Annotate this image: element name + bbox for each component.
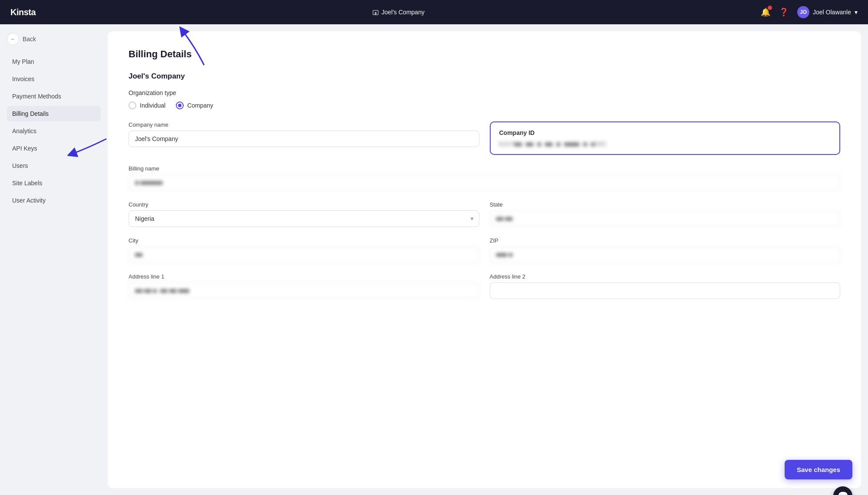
sidebar-item-label: Billing Details (12, 110, 49, 117)
company-selector[interactable]: Joel's Company (372, 9, 425, 16)
country-state-row: Country Nigeria ▾ State (129, 201, 840, 227)
zip-label: ZIP (490, 237, 841, 244)
building-icon (372, 9, 379, 16)
help-icon[interactable]: ❓ (779, 7, 789, 17)
city-label: City (129, 237, 479, 244)
zip-field: ZIP (490, 237, 841, 263)
topnav-right: 🔔 ❓ JO Joel Olawanle ▾ (761, 6, 858, 18)
sidebar-item-label: Site Labels (12, 180, 42, 187)
state-field: State (490, 201, 841, 227)
notifications-icon[interactable]: 🔔 (761, 7, 770, 17)
state-input[interactable] (490, 210, 841, 227)
main-content: Billing Details Joel's Company Organizat… (108, 31, 861, 488)
country-select[interactable]: Nigeria (129, 210, 479, 227)
sidebar: ← Back My Plan Invoices Payment Methods … (0, 24, 108, 495)
sidebar-item-label: Analytics (12, 128, 36, 134)
page-title: Billing Details (129, 49, 840, 60)
billing-name-label: Billing name (129, 165, 840, 172)
user-menu[interactable]: JO Joel Olawanle ▾ (797, 6, 858, 18)
org-type-label: Organization type (129, 89, 840, 96)
radio-company[interactable]: Company (176, 102, 213, 109)
user-name: Joel Olawanle (813, 9, 851, 16)
company-id-label: Company ID (499, 129, 831, 136)
billing-name-field: Billing name (129, 165, 840, 191)
sidebar-item-my-plan[interactable]: My Plan (7, 54, 101, 69)
back-icon: ← (7, 33, 19, 45)
radio-company-circle (176, 102, 184, 109)
state-label: State (490, 201, 841, 208)
sidebar-item-label: My Plan (12, 58, 34, 65)
sidebar-item-label: Invoices (12, 75, 34, 82)
address1-input[interactable] (129, 282, 479, 299)
address-row: Address line 1 Address line 2 (129, 273, 840, 299)
layout: ← Back My Plan Invoices Payment Methods … (0, 24, 868, 495)
company-name-field: Company name (129, 121, 479, 155)
sidebar-item-site-labels[interactable]: Site Labels (7, 175, 101, 191)
org-type-row: Individual Company (129, 102, 840, 109)
address1-label: Address line 1 (129, 273, 479, 280)
sidebar-item-label: Users (12, 162, 28, 169)
address2-field: Address line 2 (490, 273, 841, 299)
address1-field: Address line 1 (129, 273, 479, 299)
country-select-wrapper: Nigeria ▾ (129, 210, 479, 227)
sidebar-item-users[interactable]: Users (7, 158, 101, 174)
notification-badge (768, 6, 772, 10)
company-name-input[interactable] (129, 131, 479, 147)
sidebar-item-label: Payment Methods (12, 93, 61, 100)
section-title: Joel's Company (129, 72, 840, 81)
svg-rect-1 (375, 12, 376, 15)
topnav: Kinsta Joel's Company 🔔 ❓ JO Joel Olawan… (0, 0, 868, 24)
company-name-label: Company name (129, 121, 479, 128)
city-input[interactable] (129, 246, 479, 263)
radio-individual-circle (129, 102, 136, 109)
sidebar-item-user-activity[interactable]: User Activity (7, 193, 101, 208)
company-name: Joel's Company (382, 9, 425, 16)
city-field: City (129, 237, 479, 263)
radio-individual[interactable]: Individual (129, 102, 165, 109)
sidebar-item-billing-details[interactable]: Billing Details (7, 106, 101, 121)
company-id-value: b2e7■■ ■■ ■ ■■ ■ ■■■■ ■ ■5d2 (499, 141, 831, 147)
user-chevron: ▾ (855, 9, 858, 16)
sidebar-item-api-keys[interactable]: API Keys (7, 141, 101, 156)
address2-input[interactable] (490, 282, 841, 299)
individual-label: Individual (140, 102, 165, 109)
back-label: Back (23, 36, 36, 43)
logo: Kinsta (10, 7, 36, 17)
country-label: Country (129, 201, 479, 208)
country-field: Country Nigeria ▾ (129, 201, 479, 227)
avatar: JO (797, 6, 809, 18)
sidebar-item-analytics[interactable]: Analytics (7, 123, 101, 139)
back-button[interactable]: ← Back (7, 33, 101, 45)
sidebar-item-label: User Activity (12, 197, 46, 204)
sidebar-item-invoices[interactable]: Invoices (7, 71, 101, 87)
city-zip-row: City ZIP (129, 237, 840, 263)
zip-input[interactable] (490, 246, 841, 263)
sidebar-item-label: API Keys (12, 145, 37, 152)
save-button[interactable]: Save changes (785, 460, 852, 479)
company-id-box: Company ID b2e7■■ ■■ ■ ■■ ■ ■■■■ ■ ■5d2 (490, 121, 841, 155)
sidebar-item-payment-methods[interactable]: Payment Methods (7, 89, 101, 104)
company-row: Company name Company ID b2e7■■ ■■ ■ ■■ ■… (129, 121, 840, 155)
address2-label: Address line 2 (490, 273, 841, 280)
billing-name-input[interactable] (129, 174, 840, 191)
company-label: Company (187, 102, 213, 109)
